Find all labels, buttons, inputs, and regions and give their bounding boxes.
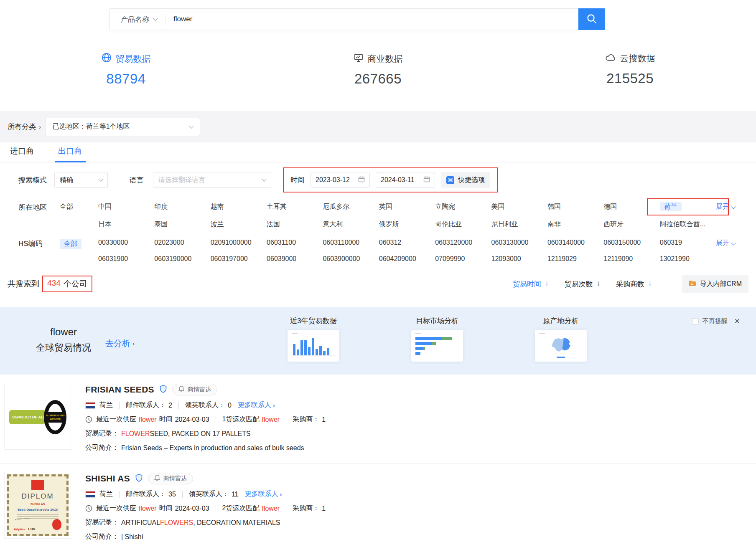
- region-item[interactable]: 厄瓜多尔: [323, 203, 379, 211]
- region-item[interactable]: 英国: [379, 203, 435, 211]
- hs-code-item[interactable]: 12093000: [491, 255, 547, 263]
- verified-shield-icon[interactable]: [135, 474, 143, 484]
- date-to-input[interactable]: 2024-03-11: [376, 172, 435, 188]
- hs-code-item[interactable]: 0603110000: [323, 239, 379, 246]
- keyword-highlight: flower: [262, 416, 280, 423]
- stat-trade-data[interactable]: 贸易数据 88794: [0, 53, 252, 87]
- region-item[interactable]: 印度: [154, 203, 210, 211]
- language-select[interactable]: 请选择翻译语言: [153, 172, 271, 188]
- sort-buyer-count[interactable]: 采购商数↓: [616, 279, 652, 289]
- stat-value: 215525: [606, 71, 654, 86]
- hs-code-item[interactable]: 060319: [660, 239, 716, 246]
- region-item[interactable]: 泰国: [154, 220, 210, 229]
- more-contacts-link[interactable]: 更多联系人›: [244, 490, 282, 499]
- hs-code-item[interactable]: 0603120000: [435, 239, 491, 246]
- region-item-netherlands-selected[interactable]: 荷兰: [660, 203, 716, 211]
- bar-chart-thumbnail[interactable]: [288, 330, 339, 362]
- results-count-suffix: 个公司: [64, 279, 87, 289]
- close-icon[interactable]: ✕: [734, 317, 740, 326]
- hs-code-item[interactable]: 02091000000: [211, 239, 267, 246]
- region-item[interactable]: 中国: [98, 203, 154, 211]
- hs-code-item[interactable]: 07099990: [435, 255, 491, 263]
- search-input[interactable]: [166, 15, 578, 23]
- hs-code-item[interactable]: 0603150000: [603, 239, 659, 246]
- hs-code-item[interactable]: 0604209000: [379, 255, 435, 263]
- mascot-icon: [52, 519, 61, 530]
- hs-code-item[interactable]: 0603130000: [491, 239, 547, 246]
- hbar-chart-thumbnail[interactable]: [411, 330, 463, 362]
- globe-icon: [102, 53, 112, 65]
- sort-trade-count[interactable]: 贸易次数↓: [565, 279, 601, 289]
- region-item[interactable]: 日本: [98, 220, 154, 229]
- search-mode-select[interactable]: 精确: [54, 172, 108, 188]
- hs-code-item[interactable]: 02023000: [154, 239, 210, 246]
- region-item[interactable]: 立陶宛: [435, 203, 491, 211]
- hs-code-item[interactable]: 06031900: [98, 255, 154, 263]
- search-category-select[interactable]: 产品名称: [110, 15, 165, 24]
- business-radar-button[interactable]: 商情雷达: [148, 473, 193, 484]
- hs-code-row-1: 0033000002023000020910000000603110006031…: [98, 239, 716, 246]
- hs-code-item[interactable]: 00330000: [98, 239, 154, 246]
- hs-code-item[interactable]: 12119029: [547, 255, 603, 263]
- region-item[interactable]: 西班牙: [603, 220, 659, 229]
- arrow-down-icon: ↓: [545, 279, 549, 289]
- region-item[interactable]: 韩国: [547, 203, 603, 211]
- region-expand-link[interactable]: 展开: [716, 203, 756, 211]
- keyword-highlight: flower: [139, 505, 157, 512]
- company-name[interactable]: SHISHI AS: [85, 474, 130, 484]
- region-item[interactable]: 阿拉伯联合酋...: [660, 220, 716, 229]
- certificate-logo: DIPLOM SHISHI AS Eesti Gasellettevõte 20…: [7, 474, 69, 536]
- quick-options-button[interactable]: ⌘ 快捷选项: [441, 172, 490, 188]
- dont-remind-checkbox[interactable]: [692, 318, 699, 325]
- region-item[interactable]: 波兰: [211, 220, 267, 229]
- breadcrumb[interactable]: 所有分类: [8, 122, 36, 132]
- search-mode-label: 搜索模式: [18, 175, 54, 185]
- company-name[interactable]: FRISIAN SEEDS: [85, 385, 154, 395]
- region-item[interactable]: 南非: [547, 220, 603, 229]
- region-item[interactable]: 俄罗斯: [379, 220, 435, 229]
- folder-icon: [689, 280, 696, 288]
- company-logo[interactable]: DIPLOM SHISHI AS Eesti Gasellettevõte 20…: [4, 472, 71, 539]
- region-item[interactable]: 意大利: [323, 220, 379, 229]
- hs-code-item[interactable]: 06039000: [267, 255, 323, 263]
- more-contacts-link[interactable]: 更多联系人›: [238, 401, 275, 410]
- company-logo[interactable]: SUPPLIER OF ALL SEEDS FLOWER BLENDEXPERT…: [4, 383, 71, 450]
- hs-expand-link[interactable]: 展开: [716, 239, 756, 248]
- region-item[interactable]: 美国: [491, 203, 547, 211]
- region-all-option[interactable]: 全部: [60, 203, 73, 210]
- selected-region-dropdown[interactable]: 已选地区：荷兰等1个地区: [46, 118, 200, 136]
- stat-business-data[interactable]: 商业数据 267665: [252, 53, 504, 87]
- verified-shield-icon[interactable]: [160, 385, 167, 395]
- region-item[interactable]: 法国: [267, 220, 323, 229]
- map-thumbnail[interactable]: [535, 330, 587, 362]
- sort-trade-time[interactable]: 贸易时间↓: [513, 279, 549, 289]
- arrow-down-icon: ↓: [597, 279, 601, 289]
- region-item[interactable]: 尼日利亚: [491, 220, 547, 229]
- hs-code-filter-label: HS编码: [18, 239, 54, 263]
- hs-code-item[interactable]: 0603197000: [211, 255, 267, 263]
- hs-code-item[interactable]: 12119090: [603, 255, 659, 263]
- business-radar-button[interactable]: 商情雷达: [172, 384, 217, 395]
- region-item[interactable]: 土耳其: [267, 203, 323, 211]
- search-button[interactable]: [578, 8, 605, 30]
- hs-code-item[interactable]: 13021990: [660, 255, 716, 263]
- tab-importer[interactable]: 进口商: [8, 146, 36, 162]
- region-item[interactable]: 越南: [211, 203, 267, 211]
- region-item[interactable]: 德国: [603, 203, 659, 211]
- hs-code-filter: HS编码 全部 00330000020230000209100000006031…: [0, 239, 756, 263]
- company-trade-record-row: 贸易记录： FLOWER SEED, PACKED ON 17 PALLETS: [85, 429, 756, 438]
- tab-exporter[interactable]: 出口商: [56, 146, 84, 162]
- hs-code-item[interactable]: 060312: [379, 239, 435, 246]
- region-item[interactable]: 哥伦比亚: [435, 220, 491, 229]
- import-crm-button[interactable]: 导入内部CRM: [682, 275, 748, 293]
- region-filter-label: 所在地区: [18, 203, 54, 229]
- go-analyze-link[interactable]: 去分析 ›: [105, 338, 135, 349]
- hs-code-item[interactable]: 0603190000: [154, 255, 210, 263]
- stat-cloud-search-data[interactable]: 云搜数据 215525: [504, 53, 756, 87]
- hs-code-item[interactable]: 0603900000: [323, 255, 379, 263]
- company-trade-record-row: 贸易记录： ARTIFICUAL FLOWERS , DECORATION MA…: [85, 518, 756, 527]
- hs-all-option[interactable]: 全部: [60, 239, 81, 249]
- hs-code-item[interactable]: 0603140000: [547, 239, 603, 246]
- hs-code-item[interactable]: 06031100: [267, 239, 323, 246]
- date-from-input[interactable]: 2023-03-12: [311, 172, 370, 188]
